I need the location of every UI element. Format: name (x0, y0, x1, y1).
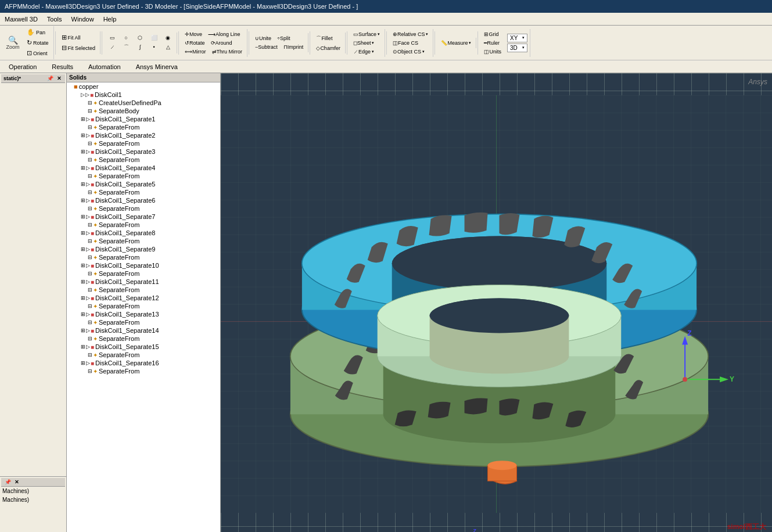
grid-button[interactable]: ⊞ Grid (482, 30, 504, 38)
along-line-button[interactable]: ⟶ Along Line (206, 30, 243, 38)
tree-item-label: DiskCoil1_Separate8 (95, 229, 155, 236)
line-button[interactable]: ⟋ (106, 43, 119, 51)
tree-item-label: DiskCoil1_Separate14 (95, 327, 159, 334)
svg-text:Z: Z (473, 528, 477, 532)
panel-pin[interactable]: 📌 (46, 76, 55, 81)
panel-pin2[interactable]: 📌 (3, 479, 12, 485)
tree-item-SeparateFrom10[interactable]: ⊟✦SeparateFrom (67, 269, 220, 278)
tree-item-SeparateFrom14[interactable]: ⊟✦SeparateFrom (67, 335, 220, 343)
pan-button[interactable]: ✋ Pan (24, 27, 51, 37)
tab-ansys-minerva[interactable]: Ansys Minerva (130, 62, 184, 72)
face-cs-button[interactable]: ◫ Face CS (390, 39, 431, 47)
tree-item-SeparateFrom8[interactable]: ⊟✦SeparateFrom (67, 237, 220, 245)
tree-item-DiskCoil1_Separate2[interactable]: ⊞▷■DiskCoil1_Separate2 (67, 131, 220, 139)
tree-item-DiskCoil1_Separate8[interactable]: ⊞▷■DiskCoil1_Separate8 (67, 229, 220, 237)
fit-all-icon: ⊞ (62, 34, 67, 41)
chamfer-button[interactable]: ◇ Chamfer (314, 44, 343, 52)
around-axis-button[interactable]: ⟳ Around (209, 39, 235, 47)
tree-item-SeparateFrom3[interactable]: ⊟✦SeparateFrom (67, 156, 220, 164)
menu-bar: Maxwell 3D Tools Window Help (0, 13, 772, 26)
tree-item-SeparateBody[interactable]: ⊟✦SeparateBody (67, 107, 220, 115)
rect-button[interactable]: ▭ (106, 34, 119, 42)
tree-item-DiskCoil1_Separate14[interactable]: ⊞▷■DiskCoil1_Separate14 (67, 326, 220, 335)
tree-item-DiskCoil1_Separate6[interactable]: ⊞▷■DiskCoil1_Separate6 (67, 196, 220, 204)
arc-button[interactable]: ⌒ (120, 42, 132, 52)
tree-item-SeparateFrom5[interactable]: ⊟✦SeparateFrom (67, 188, 220, 196)
tree-item-DiskCoil1_Separate15[interactable]: ⊞▷■DiskCoil1_Separate15 (67, 343, 220, 351)
svg-text:Y: Y (730, 375, 734, 383)
object-cs-button[interactable]: ⊙ Object CS ▾ (390, 48, 431, 56)
orient-button[interactable]: ⊡ Orient (24, 48, 51, 58)
fit-selected-button[interactable]: ⊟ Fit Selected (59, 43, 98, 53)
imprint-button[interactable]: ⊓ Imprint (281, 43, 306, 51)
tree-item-DiskCoil1_Separate9[interactable]: ⊞▷■DiskCoil1_Separate9 (67, 245, 220, 253)
point-button[interactable]: • (148, 43, 160, 51)
tree-item-label: SeparateFrom (99, 172, 139, 179)
tree-item-DiskCoil1_Separate5[interactable]: ⊞▷■DiskCoil1_Separate5 (67, 180, 220, 188)
edge-dropdown[interactable]: ⟋ Edge ▾ (351, 48, 382, 56)
tab-operation[interactable]: Operation (2, 62, 43, 72)
panel-close2[interactable]: ✕ (13, 479, 20, 485)
thru-mirror-button[interactable]: ⇌ Thru Mirror (210, 48, 245, 56)
cone-button[interactable]: △ (161, 43, 174, 51)
tree-item-DiskCoil1_Separate4[interactable]: ⊞▷■DiskCoil1_Separate4 (67, 164, 220, 172)
tree-item-DiskCoil1_Separate3[interactable]: ⊞▷■DiskCoil1_Separate3 (67, 148, 220, 156)
split-button[interactable]: ÷ Split (275, 34, 292, 42)
viewport[interactable]: Ansys (221, 73, 772, 532)
tree-item-DiskCoil1_Separate16[interactable]: ⊞▷■DiskCoil1_Separate16 (67, 359, 220, 367)
sheet-dropdown[interactable]: ◻ Sheet ▾ (351, 39, 382, 47)
rotate2-button[interactable]: ↺ Rotate (182, 39, 207, 47)
poly-button[interactable]: ⬡ (134, 34, 146, 42)
tree-item-SeparateFrom7[interactable]: ⊟✦SeparateFrom (67, 221, 220, 229)
dim-combo[interactable]: 3D ▾ (507, 44, 527, 52)
spline-button[interactable]: ∫ (134, 43, 146, 51)
move-label: Move (189, 31, 202, 37)
units-button[interactable]: ◫ Units (482, 48, 504, 56)
rotate-button[interactable]: ↻ Rotate (24, 38, 51, 48)
tree-item-SeparateFrom4[interactable]: ⊟✦SeparateFrom (67, 172, 220, 180)
transform-section: ✛ Move ⟶ Along Line ↺ Rotate ⟳ Around (180, 29, 247, 57)
sphere-button[interactable]: ◉ (161, 34, 174, 42)
tree-item-DiskCoil1_Separate7[interactable]: ⊞▷■DiskCoil1_Separate7 (67, 213, 220, 221)
left-bottom-item1: Machines) (1, 487, 65, 495)
tree-item-CreateUserDefinedPa[interactable]: ⊟✦CreateUserDefinedPa (67, 99, 220, 107)
fillet-button[interactable]: ⌒ Fillet (314, 34, 343, 44)
tree-item-SeparateFrom16[interactable]: ⊟✦SeparateFrom (67, 367, 220, 375)
tree-item-DiskCoil1[interactable]: ▷▷■DiskCoil1 (67, 91, 220, 99)
relative-cs-dropdown[interactable]: ⊕ Relative CS ▾ (390, 30, 431, 38)
tree-item-SeparateFrom11[interactable]: ⊟✦SeparateFrom (67, 286, 220, 294)
circle-button[interactable]: ○ (120, 34, 132, 42)
move-button[interactable]: ✛ Move (182, 30, 204, 38)
tree-item-DiskCoil1_Separate13[interactable]: ⊞▷■DiskCoil1_Separate13 (67, 310, 220, 318)
mirror-button[interactable]: ⟺ Mirror (182, 48, 209, 56)
tree-item-SeparateFrom15[interactable]: ⊟✦SeparateFrom (67, 351, 220, 359)
zoom-button[interactable]: 🔍 Zoom (2, 34, 23, 52)
subtract-button[interactable]: − Subtract (253, 43, 280, 51)
plane-combo[interactable]: XY ▾ (507, 34, 527, 42)
panel-close[interactable]: ✕ (56, 76, 63, 81)
menu-tools[interactable]: Tools (42, 15, 67, 24)
box3d-button[interactable]: ⬜ (148, 34, 160, 42)
tree-item-SeparateFrom13[interactable]: ⊟✦SeparateFrom (67, 318, 220, 326)
menu-window[interactable]: Window (67, 15, 99, 24)
thru-mirror-icon: ⇌ (212, 49, 217, 55)
surface-dropdown[interactable]: ▭ Surface ▾ (351, 30, 382, 38)
tree-item-copper[interactable]: ■copper (67, 82, 220, 91)
ruler-button[interactable]: ━ Ruler (482, 39, 504, 47)
tree-item-SeparateFrom6[interactable]: ⊟✦SeparateFrom (67, 204, 220, 213)
tree-item-SeparateFrom12[interactable]: ⊟✦SeparateFrom (67, 302, 220, 310)
tab-automation[interactable]: Automation (82, 62, 127, 72)
menu-help[interactable]: Help (99, 15, 121, 24)
tree-item-SeparateFrom9[interactable]: ⊟✦SeparateFrom (67, 253, 220, 261)
tree-item-DiskCoil1_Separate11[interactable]: ⊞▷■DiskCoil1_Separate11 (67, 278, 220, 286)
fit-all-button[interactable]: ⊞ Fit All (59, 33, 98, 42)
measure-dropdown[interactable]: 📏 Measure ▾ (439, 39, 473, 47)
tree-item-SeparateFrom2[interactable]: ⊟✦SeparateFrom (67, 139, 220, 148)
tree-item-DiskCoil1_Separate10[interactable]: ⊞▷■DiskCoil1_Separate10 (67, 261, 220, 269)
tree-item-DiskCoil1_Separate12[interactable]: ⊞▷■DiskCoil1_Separate12 (67, 294, 220, 302)
tree-item-SeparateFrom1[interactable]: ⊟✦SeparateFrom (67, 123, 220, 131)
menu-maxwell3d[interactable]: Maxwell 3D (0, 15, 42, 24)
unite-button[interactable]: ∪ Unite (253, 34, 274, 42)
tree-item-DiskCoil1_Separate1[interactable]: ⊞▷■DiskCoil1_Separate1 (67, 115, 220, 123)
tab-results[interactable]: Results (45, 62, 80, 72)
